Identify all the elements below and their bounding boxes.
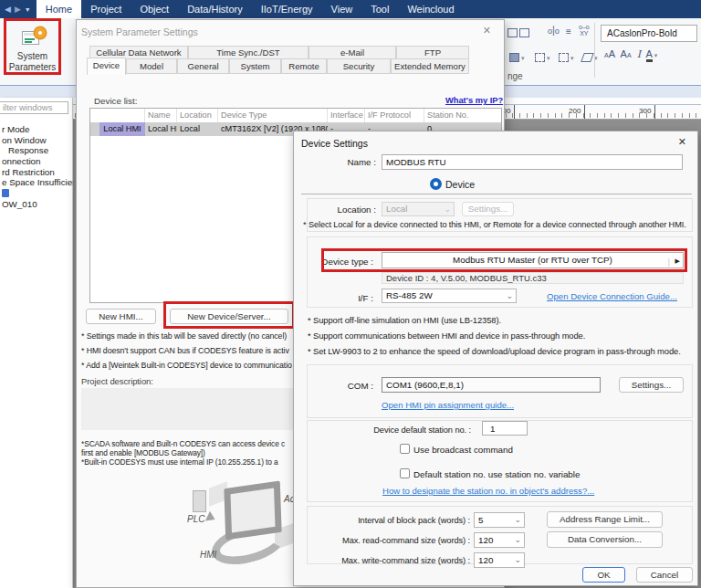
dialog-title: System Parameter Settings (81, 26, 198, 37)
snap-icon[interactable]: ▾ (559, 51, 573, 62)
tree-item[interactable]: OW_010 (0, 199, 73, 210)
tab-remote[interactable]: Remote (281, 58, 327, 74)
broadcast-checkbox[interactable] (400, 444, 410, 454)
windows-tree-panel: ilter windows r Mode on Window Response … (0, 98, 73, 588)
arrange-group-label: nge (507, 71, 523, 81)
broadcast-checkbox-label: Use broadcast command (413, 445, 513, 455)
pin-guide-link[interactable]: Open HMI pin assignment guide... (382, 400, 514, 410)
quick-access-dropdown-icon[interactable]: ▼ (25, 6, 31, 13)
font-controls: AA AA I A ▾ (604, 48, 701, 60)
footnote: *Built-in CODESYS must use internal IP (… (81, 457, 278, 467)
menu-tab-tool[interactable]: Tool (361, 0, 398, 18)
font-name-select[interactable]: ACaslonPro-Bold (601, 25, 697, 42)
project-description-label: Project description: (81, 376, 153, 386)
close-icon[interactable]: ✕ (483, 25, 491, 36)
undo-icon[interactable]: ◀ (5, 5, 11, 14)
quick-access-toolbar: ◀ ▶ ▼ (0, 0, 37, 18)
interval-select[interactable]: 5⌄ (474, 512, 525, 528)
col-location: Location (177, 109, 218, 122)
col-blank (90, 109, 145, 122)
menu-tab-iiot-energy[interactable]: IIoT/Energy (252, 0, 322, 18)
station-link[interactable]: How to designate the station no. in obje… (382, 486, 594, 496)
tab-email[interactable]: e-Mail (309, 46, 396, 59)
system-parameters-button[interactable]: System Parameters (4, 18, 61, 75)
address-range-limit-button[interactable]: Address Range Limit... (547, 511, 663, 528)
align-icon[interactable] (507, 26, 529, 37)
support-note: * Support communications between HMI and… (308, 331, 585, 341)
ruler-mark-300: 300 (639, 107, 651, 115)
close-icon[interactable]: ✕ (678, 136, 686, 147)
tab-model[interactable]: Model (126, 58, 177, 74)
default-station-checkbox-label: Default station no. use station no. vari… (413, 469, 580, 479)
tree-item[interactable]: Response (0, 145, 73, 156)
write-select[interactable]: 120⌄ (474, 552, 525, 568)
tree-item[interactable]: e Space Insufficien (0, 177, 73, 188)
whats-my-ip-link[interactable]: What's my IP? (445, 96, 503, 105)
station-label: Device default station no. : (373, 425, 471, 435)
name-label: Name : (347, 157, 376, 167)
com-field: COM1 (9600,E,8,1) (382, 377, 601, 393)
ok-button[interactable]: OK (582, 567, 625, 583)
row-name-cell: Local HMI (145, 122, 177, 136)
device-type-highlight (321, 248, 687, 272)
plc-label: PLC (187, 514, 204, 524)
menu-tab-object[interactable]: Object (131, 0, 178, 18)
read-select[interactable]: 120⌄ (474, 532, 525, 548)
menu-tab-data-history[interactable]: Data/History (178, 0, 252, 18)
group-icon[interactable]: ▾ (535, 51, 549, 62)
footnote: first and enable [MODBUS Gateway]) (81, 448, 205, 457)
filter-windows-input[interactable]: ilter windows (0, 101, 68, 114)
tab-general[interactable]: General (177, 58, 229, 74)
tab-system[interactable]: System (229, 58, 281, 74)
device-radio[interactable] (430, 178, 442, 190)
location-settings-button[interactable]: Settings... (462, 202, 514, 216)
tab-time-sync-dst[interactable]: Time Sync./DST (188, 46, 309, 59)
tree-item[interactable]: onnection (0, 156, 73, 167)
data-conversion-button[interactable]: Data Conversion... (547, 531, 663, 548)
menu-tab-view[interactable]: View (322, 0, 362, 18)
tree-item[interactable]: r Mode (0, 124, 73, 135)
italic-icon[interactable]: I (637, 48, 641, 60)
tab-device[interactable]: Device (87, 58, 126, 75)
layer-icon[interactable]: ▾ (509, 51, 524, 62)
com-settings-button[interactable]: Settings... (619, 377, 684, 393)
dialog-title: Device Settings (301, 138, 368, 149)
tree-item-icon[interactable] (0, 188, 73, 199)
location-select[interactable]: Local⌄ (382, 202, 455, 216)
device-radio-label: Device (445, 179, 475, 190)
support-note: * Support off-line simulation on HMI (us… (308, 315, 501, 325)
write-label: Max. write-command size (words) : (341, 556, 470, 565)
device-settings-dialog: Device Settings ✕ Name : MODBUS RTU Devi… (293, 131, 698, 586)
redo-icon[interactable]: ▶ (15, 5, 21, 14)
tab-extended-memory[interactable]: Extended Memory (391, 58, 469, 74)
connection-guide-link[interactable]: Open Device Connection Guide... (547, 291, 677, 301)
support-note: * Set LW-9903 to 2 to enhance the speed … (308, 346, 681, 356)
name-input[interactable]: MODBUS RTU (382, 154, 683, 170)
tree-item[interactable]: on Window (0, 135, 73, 146)
new-hmi-button[interactable]: New HMI... (86, 309, 156, 324)
if-select[interactable]: RS-485 2W⌄ (382, 289, 517, 303)
distribute-horizontal-icon[interactable]: o⎮o (548, 26, 559, 36)
font-color-icon[interactable]: A (646, 48, 653, 62)
location-label: Location : (338, 205, 376, 215)
menu-tab-home[interactable]: Home (37, 0, 81, 18)
decrease-font-icon[interactable]: AA (621, 48, 632, 59)
tab-security[interactable]: Security (327, 58, 391, 74)
col-interface: Interface (328, 109, 365, 122)
tab-ftp[interactable]: FTP (396, 46, 469, 59)
col-station-no: Station No. (424, 109, 501, 122)
menu-bar: ◀ ▶ ▼ Home Project Object Data/History I… (0, 0, 701, 18)
cancel-button[interactable]: Cancel (636, 567, 693, 583)
xy-spacing-icon[interactable]: o–oXY (579, 24, 590, 37)
note: * Settings made in this tab will be save… (81, 331, 287, 341)
tree-item[interactable]: rd Restriction (0, 167, 73, 178)
station-input[interactable]: 1 (482, 421, 528, 436)
default-station-checkbox[interactable] (400, 468, 410, 478)
read-label: Max. read-command size (words) : (342, 536, 470, 545)
distribute-vertical-icon[interactable]: ≡ (566, 26, 571, 37)
note: * HMI doesn't support CAN bus if CODESYS… (81, 346, 289, 355)
increase-font-icon[interactable]: AA (604, 48, 615, 59)
menu-tab-weincloud[interactable]: Weincloud (398, 0, 463, 18)
menu-tab-project[interactable]: Project (81, 0, 131, 18)
device-list-label: Device list: (94, 96, 137, 106)
